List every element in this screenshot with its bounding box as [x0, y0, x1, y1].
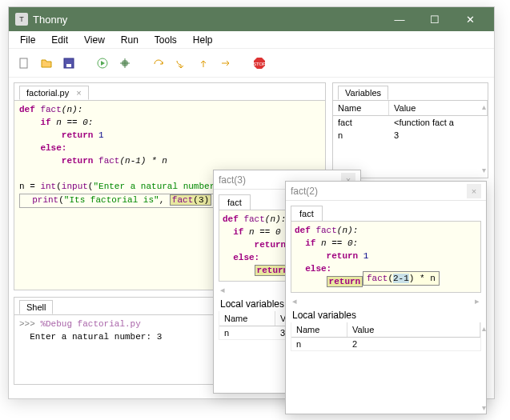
frame-tab[interactable]: fact [219, 194, 251, 210]
titlebar: T Thonny — ☐ ✕ [9, 7, 494, 31]
menu-tools[interactable]: Tools [147, 33, 185, 47]
locals-table: Name Value n 2 [291, 322, 481, 351]
table-row: n 3 [333, 129, 488, 142]
step-out-icon[interactable] [195, 54, 212, 72]
app-icon: T [15, 13, 28, 26]
variables-title: Variables [333, 83, 488, 101]
frame-title-label: fact(3) [219, 174, 246, 186]
shell-tab[interactable]: Shell [19, 300, 53, 314]
step-into-icon[interactable] [172, 54, 190, 72]
frame-title-label: fact(2) [291, 186, 318, 197]
resume-icon[interactable] [217, 54, 235, 72]
close-icon[interactable]: × [467, 184, 481, 198]
variables-header: Name Value [333, 101, 488, 116]
maximize-button[interactable]: ☐ [417, 7, 452, 31]
svg-text:STOP: STOP [253, 62, 266, 66]
step-over-icon[interactable] [150, 54, 167, 72]
editor-tab-label: factorial.py [26, 88, 69, 98]
editor-tabs: factorial.py × [14, 83, 325, 101]
menu-run[interactable]: Run [113, 33, 147, 47]
scrollbar[interactable]: ▴▾ [482, 324, 486, 412]
stop-icon[interactable]: STOP [251, 54, 268, 72]
close-button[interactable]: ✕ [452, 7, 488, 31]
close-icon[interactable]: × [76, 88, 81, 98]
menu-file[interactable]: File [12, 33, 43, 47]
frame-titlebar[interactable]: fact(2) × [286, 182, 486, 201]
locals-title: Local variables [291, 306, 481, 322]
scrollbar[interactable]: ◂▸ [291, 296, 481, 306]
frame-window-fact2: fact(2) × fact def fact(n): if n == 0: r… [285, 181, 487, 414]
table-row: n 2 [291, 338, 480, 350]
menu-help[interactable]: Help [185, 33, 221, 47]
scrollbar[interactable]: ▴▾ [482, 102, 486, 174]
editor-tab-factorial[interactable]: factorial.py × [19, 86, 89, 100]
menu-view[interactable]: View [76, 33, 113, 47]
col-value-header[interactable]: Value [389, 101, 488, 115]
new-file-icon[interactable] [15, 54, 33, 72]
menu-edit[interactable]: Edit [43, 33, 76, 47]
variables-tab[interactable]: Variables [338, 86, 388, 100]
table-row: fact <function fact a [333, 116, 488, 129]
debug-icon[interactable] [116, 54, 134, 72]
open-file-icon[interactable] [38, 54, 55, 72]
run-icon[interactable] [94, 54, 111, 72]
toolbar: STOP [9, 49, 494, 78]
frame-tab[interactable]: fact [291, 206, 323, 221]
minimize-button[interactable]: — [382, 7, 417, 31]
svg-rect-0 [20, 58, 27, 68]
col-name-header[interactable]: Name [333, 101, 389, 115]
save-icon[interactable] [60, 54, 78, 72]
window-title: Thonny [33, 14, 382, 26]
svg-rect-2 [66, 64, 71, 67]
eval-tooltip: fact(2-1) * n [363, 271, 440, 286]
variables-panel: Variables Name Value fact <function fact… [332, 82, 488, 178]
menubar: File Edit View Run Tools Help [9, 31, 494, 49]
